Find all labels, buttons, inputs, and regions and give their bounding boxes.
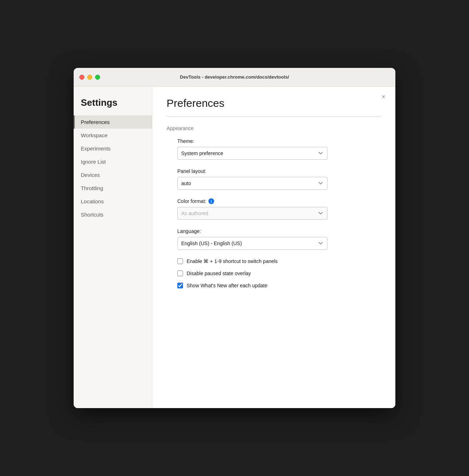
devtools-window: DevTools - developer.chrome.com/docs/dev… bbox=[74, 68, 395, 408]
show-whats-new-checkbox[interactable] bbox=[177, 283, 183, 288]
traffic-lights bbox=[79, 75, 100, 80]
theme-field-group: Theme: System preference Light Dark bbox=[167, 138, 381, 160]
sidebar-item-shortcuts[interactable]: Shortcuts bbox=[74, 208, 152, 221]
panel-layout-field-group: Panel layout: auto horizontal vertical bbox=[167, 168, 381, 190]
panel-layout-label: Panel layout: bbox=[177, 168, 381, 174]
sidebar-item-preferences[interactable]: Preferences bbox=[74, 115, 152, 129]
disable-paused-overlay-checkbox[interactable] bbox=[177, 271, 183, 276]
maximize-traffic-light[interactable] bbox=[95, 75, 100, 80]
shortcut-switch-panels-label[interactable]: Enable ⌘ + 1-9 shortcut to switch panels bbox=[187, 258, 278, 264]
show-whats-new-label[interactable]: Show What's New after each update bbox=[187, 283, 267, 288]
page-title: Preferences bbox=[167, 97, 381, 109]
sidebar-item-locations[interactable]: Locations bbox=[74, 195, 152, 208]
appearance-section-title: Appearance bbox=[167, 125, 381, 131]
sidebar-item-devices[interactable]: Devices bbox=[74, 168, 152, 182]
sidebar-item-throttling[interactable]: Throttling bbox=[74, 182, 152, 195]
sidebar: Settings Preferences Workspace Experimen… bbox=[74, 86, 152, 408]
sidebar-item-workspace[interactable]: Workspace bbox=[74, 129, 152, 142]
language-select[interactable]: English (US) - English (US) bbox=[177, 237, 327, 250]
titlebar-title: DevTools - developer.chrome.com/docs/dev… bbox=[180, 74, 289, 80]
theme-label: Theme: bbox=[177, 138, 381, 144]
disable-paused-overlay-group: Disable paused state overlay bbox=[167, 271, 381, 276]
settings-heading: Settings bbox=[74, 94, 152, 115]
titlebar: DevTools - developer.chrome.com/docs/dev… bbox=[74, 68, 395, 86]
close-traffic-light[interactable] bbox=[79, 75, 84, 80]
shortcut-switch-panels-checkbox[interactable] bbox=[177, 258, 183, 264]
language-label: Language: bbox=[177, 228, 381, 234]
window-body: Settings Preferences Workspace Experimen… bbox=[74, 86, 395, 408]
panel-layout-select[interactable]: auto horizontal vertical bbox=[177, 177, 327, 190]
theme-select[interactable]: System preference Light Dark bbox=[177, 147, 327, 160]
section-divider bbox=[167, 116, 381, 117]
language-field-group: Language: English (US) - English (US) bbox=[167, 228, 381, 250]
minimize-traffic-light[interactable] bbox=[87, 75, 92, 80]
close-button[interactable]: × bbox=[379, 92, 388, 101]
color-format-field-group: Color format: i As authored HEX RGB HSL bbox=[167, 198, 381, 220]
main-content: × Preferences Appearance Theme: System p… bbox=[152, 86, 395, 408]
disable-paused-overlay-label[interactable]: Disable paused state overlay bbox=[187, 271, 251, 276]
color-format-select[interactable]: As authored HEX RGB HSL bbox=[177, 207, 327, 220]
sidebar-item-ignore-list[interactable]: Ignore List bbox=[74, 155, 152, 168]
color-format-label: Color format: i bbox=[177, 198, 381, 204]
shortcut-switch-panels-group: Enable ⌘ + 1-9 shortcut to switch panels bbox=[167, 258, 381, 264]
show-whats-new-group: Show What's New after each update bbox=[167, 283, 381, 288]
sidebar-item-experiments[interactable]: Experiments bbox=[74, 142, 152, 155]
color-format-info-icon[interactable]: i bbox=[208, 198, 214, 204]
